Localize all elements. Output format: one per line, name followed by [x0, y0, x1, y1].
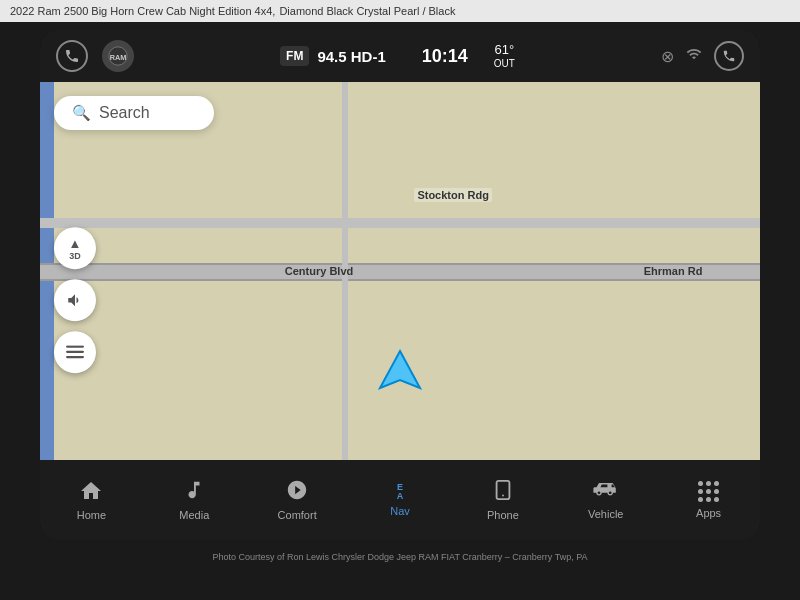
road-label-century: Century Blvd — [285, 265, 353, 277]
media-label: Media — [179, 509, 209, 521]
svg-text:RAM: RAM — [110, 53, 127, 62]
status-bar: RAM FM 94.5 HD-1 10:14 61° OUT ⊗ — [40, 30, 760, 82]
search-icon: 🔍 — [72, 104, 91, 122]
status-center: FM 94.5 HD-1 10:14 61° OUT — [280, 42, 515, 70]
view-3d-button[interactable]: ▲ 3D — [54, 227, 96, 269]
ram-logo: RAM — [102, 40, 134, 72]
map-controls: ▲ 3D — [54, 227, 96, 373]
phone-left-icon[interactable] — [56, 40, 88, 72]
phone-nav-icon — [492, 479, 514, 505]
time-display: 10:14 — [422, 46, 468, 67]
apps-icon — [698, 481, 720, 503]
comfort-icon — [285, 479, 309, 505]
volume-button[interactable] — [54, 279, 96, 321]
road-label-stockton: Stockton Rdg — [414, 188, 492, 202]
svg-rect-2 — [66, 345, 84, 347]
svg-rect-4 — [66, 356, 84, 358]
station-display[interactable]: 94.5 HD-1 — [317, 48, 385, 65]
caption-title: 2022 Ram 2500 Big Horn Crew Cab Night Ed… — [10, 5, 275, 17]
apps-label: Apps — [696, 507, 721, 519]
a-badge: A — [397, 492, 404, 501]
caption-color: Diamond Black Crystal Pearl / Black — [279, 5, 455, 17]
phone-right-icon[interactable] — [714, 41, 744, 71]
caption-bar: 2022 Ram 2500 Big Horn Crew Cab Night Ed… — [0, 0, 800, 22]
bottom-caption: Photo Courtesy of Ron Lewis Chrysler Dod… — [0, 548, 800, 566]
nav-item-media[interactable]: Media — [143, 471, 246, 529]
road-label-ehrman: Ehrman Rd — [644, 265, 703, 277]
search-label: Search — [99, 104, 150, 122]
nav-item-apps[interactable]: Apps — [657, 473, 760, 527]
search-bar[interactable]: 🔍 Search — [54, 96, 214, 130]
home-icon — [79, 479, 103, 505]
menu-button[interactable] — [54, 331, 96, 373]
vehicle-label: Vehicle — [588, 508, 623, 520]
nav-item-home[interactable]: Home — [40, 471, 143, 529]
wifi-icon — [684, 46, 704, 66]
privacy-icon: ⊗ — [661, 47, 674, 66]
bottom-nav: Home Media Comfort E A — [40, 460, 760, 540]
fm-badge: FM — [280, 46, 309, 66]
temperature-display: 61° OUT — [494, 42, 515, 70]
svg-rect-3 — [66, 351, 84, 353]
infotainment-screen: RAM FM 94.5 HD-1 10:14 61° OUT ⊗ — [40, 30, 760, 540]
media-icon — [182, 479, 206, 505]
nav-icon: E A — [397, 483, 404, 501]
apps-dot-grid — [698, 481, 720, 503]
nav-item-comfort[interactable]: Comfort — [246, 471, 349, 529]
status-right: ⊗ — [661, 41, 744, 71]
status-left: RAM — [56, 40, 134, 72]
nav-item-nav[interactable]: E A Nav — [349, 475, 452, 525]
nav-label: Nav — [390, 505, 410, 517]
nav-item-phone[interactable]: Phone — [451, 471, 554, 529]
vehicle-icon — [592, 480, 620, 504]
svg-marker-5 — [380, 351, 420, 388]
navigation-arrow — [375, 346, 425, 400]
nav-item-vehicle[interactable]: Vehicle — [554, 472, 657, 528]
map-view: Stockton Rdg Century Blvd Ehrman Rd 🔍 Se… — [40, 82, 760, 460]
svg-point-7 — [502, 495, 504, 497]
home-label: Home — [77, 509, 106, 521]
road-secondary — [40, 218, 760, 228]
phone-label: Phone — [487, 509, 519, 521]
comfort-label: Comfort — [278, 509, 317, 521]
